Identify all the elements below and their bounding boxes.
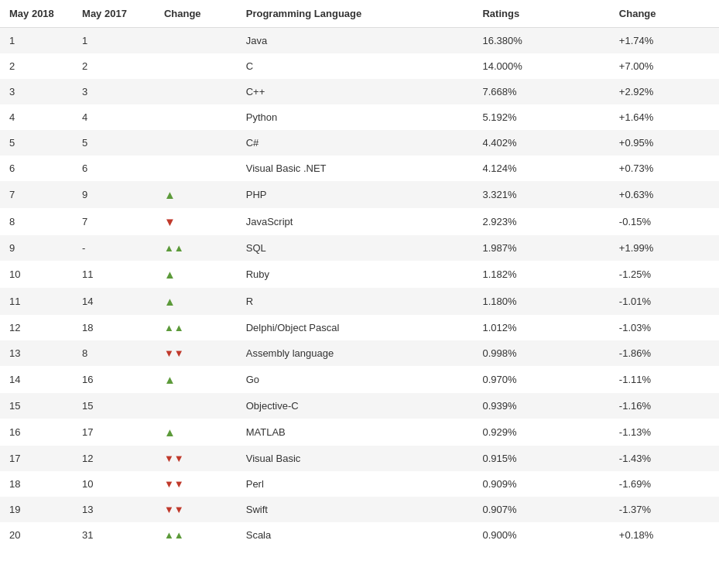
- cell-ratings: 0.939%: [473, 393, 609, 419]
- cell-may2017: 18: [73, 315, 155, 340]
- table-row: 1712▼▼Visual Basic0.915%-1.43%: [0, 446, 719, 471]
- cell-change-arrow: [155, 156, 237, 181]
- cell-change-arrow: [155, 104, 237, 130]
- cell-language: Delphi/Object Pascal: [237, 315, 474, 340]
- cell-ratings: 7.668%: [473, 79, 609, 104]
- table-row: 22C14.000%+7.00%: [0, 53, 719, 79]
- cell-ratings: 0.915%: [473, 446, 609, 471]
- cell-may2017: 31: [73, 522, 155, 548]
- arrow-double-down-icon: ▼▼: [164, 504, 184, 515]
- arrow-double-up-icon: ▲▲: [164, 529, 184, 541]
- cell-may2018: 11: [0, 288, 73, 315]
- cell-change-arrow: ▼: [155, 208, 237, 235]
- cell-language: C++: [237, 79, 474, 104]
- cell-change-arrow: ▲▲: [155, 235, 237, 261]
- cell-change-arrow: ▲▲: [155, 522, 237, 548]
- cell-language: R: [237, 288, 474, 315]
- cell-language: JavaScript: [237, 208, 474, 235]
- header-language: Programming Language: [237, 0, 474, 28]
- cell-ratings: 1.182%: [473, 261, 609, 288]
- cell-may2018: 17: [0, 446, 73, 471]
- cell-ratings: 0.970%: [473, 366, 609, 393]
- cell-may2017: 9: [73, 181, 155, 208]
- header-may2017: May 2017: [73, 0, 155, 28]
- cell-change-arrow: ▲: [155, 419, 237, 446]
- cell-language: Ruby: [237, 261, 474, 288]
- cell-may2018: 9: [0, 235, 73, 261]
- cell-may2018: 18: [0, 471, 73, 497]
- table-row: 1416▲Go0.970%-1.11%: [0, 366, 719, 393]
- cell-change-value: +2.92%: [610, 79, 719, 104]
- cell-ratings: 4.402%: [473, 130, 609, 156]
- cell-change-value: +1.74%: [610, 28, 719, 54]
- cell-may2018: 19: [0, 497, 73, 522]
- header-change2: Change: [610, 0, 719, 28]
- header-change: Change: [155, 0, 237, 28]
- cell-change-arrow: [155, 79, 237, 104]
- arrow-down-icon: ▼: [164, 215, 176, 228]
- arrow-double-down-icon: ▼▼: [164, 478, 184, 490]
- cell-change-value: -1.13%: [610, 419, 719, 446]
- cell-ratings: 3.321%: [473, 181, 609, 208]
- arrow-up-icon: ▲: [164, 188, 176, 201]
- arrow-double-up-icon: ▲▲: [164, 322, 184, 333]
- cell-change-value: +7.00%: [610, 53, 719, 79]
- cell-may2018: 16: [0, 419, 73, 446]
- cell-ratings: 1.180%: [473, 288, 609, 315]
- header-may2018: May 2018: [0, 0, 73, 28]
- arrow-double-up-icon: ▲▲: [164, 242, 184, 254]
- cell-may2018: 3: [0, 79, 73, 104]
- table-row: 1515Objective-C0.939%-1.16%: [0, 393, 719, 419]
- table-row: 55C#4.402%+0.95%: [0, 130, 719, 156]
- table-row: 1218▲▲Delphi/Object Pascal1.012%-1.03%: [0, 315, 719, 340]
- cell-change-value: -1.69%: [610, 471, 719, 497]
- cell-change-value: +1.64%: [610, 104, 719, 130]
- cell-may2017: -: [73, 235, 155, 261]
- table-row: 44Python5.192%+1.64%: [0, 104, 719, 130]
- cell-ratings: 0.909%: [473, 471, 609, 497]
- cell-change-value: -1.11%: [610, 366, 719, 393]
- programming-language-table: May 2018 May 2017 Change Programming Lan…: [0, 0, 719, 548]
- arrow-double-down-icon: ▼▼: [164, 453, 184, 464]
- table-row: 9-▲▲SQL1.987%+1.99%: [0, 235, 719, 261]
- cell-may2018: 8: [0, 208, 73, 235]
- cell-change-value: -1.01%: [610, 288, 719, 315]
- table-row: 11Java16.380%+1.74%: [0, 28, 719, 54]
- cell-ratings: 1.987%: [473, 235, 609, 261]
- cell-language: C#: [237, 130, 474, 156]
- cell-change-arrow: ▼▼: [155, 471, 237, 497]
- cell-change-arrow: ▲: [155, 366, 237, 393]
- cell-change-arrow: ▼▼: [155, 340, 237, 366]
- cell-may2017: 7: [73, 208, 155, 235]
- cell-change-value: -1.25%: [610, 261, 719, 288]
- cell-ratings: 1.012%: [473, 315, 609, 340]
- cell-may2018: 15: [0, 393, 73, 419]
- cell-may2017: 3: [73, 79, 155, 104]
- cell-language: Objective-C: [237, 393, 474, 419]
- cell-may2018: 1: [0, 28, 73, 54]
- cell-language: Go: [237, 366, 474, 393]
- cell-may2017: 17: [73, 419, 155, 446]
- cell-change-value: +0.18%: [610, 522, 719, 548]
- cell-language: Perl: [237, 471, 474, 497]
- cell-change-value: +0.73%: [610, 156, 719, 181]
- cell-may2017: 12: [73, 446, 155, 471]
- cell-may2017: 5: [73, 130, 155, 156]
- cell-ratings: 0.929%: [473, 419, 609, 446]
- cell-language: Assembly language: [237, 340, 474, 366]
- cell-change-arrow: ▲: [155, 181, 237, 208]
- cell-language: SQL: [237, 235, 474, 261]
- cell-ratings: 5.192%: [473, 104, 609, 130]
- cell-change-arrow: ▲: [155, 261, 237, 288]
- cell-language: Scala: [237, 522, 474, 548]
- cell-ratings: 0.998%: [473, 340, 609, 366]
- cell-may2017: 8: [73, 340, 155, 366]
- table-row: 138▼▼Assembly language0.998%-1.86%: [0, 340, 719, 366]
- cell-change-arrow: [155, 393, 237, 419]
- cell-language: C: [237, 53, 474, 79]
- table-row: 33C++7.668%+2.92%: [0, 79, 719, 104]
- cell-may2018: 10: [0, 261, 73, 288]
- cell-may2018: 12: [0, 315, 73, 340]
- cell-change-arrow: ▼▼: [155, 446, 237, 471]
- cell-change-value: +0.63%: [610, 181, 719, 208]
